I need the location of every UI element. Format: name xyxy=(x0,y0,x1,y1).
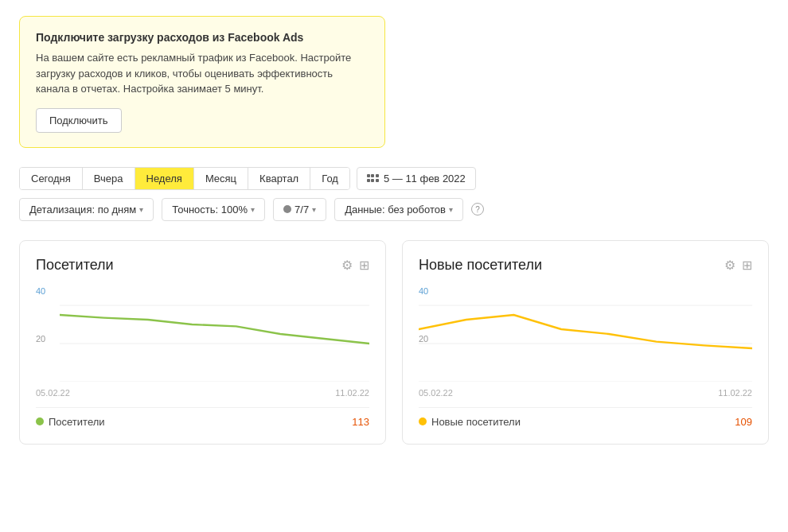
legend-dot-2 xyxy=(419,417,427,425)
visitors-line xyxy=(60,315,369,344)
date-start: 05.02.22 xyxy=(36,388,70,398)
chart-actions-2: ⚙ ⊞ xyxy=(724,258,752,273)
date-end: 11.02.22 xyxy=(335,388,369,398)
tab-yesterday[interactable]: Вчера xyxy=(83,168,135,189)
legend-left-2: Новые посетители xyxy=(419,416,521,428)
tab-month[interactable]: Месяц xyxy=(194,168,248,189)
chart-dates: 05.02.22 11.02.22 xyxy=(36,388,369,398)
legend-value: 113 xyxy=(352,416,369,428)
banner-title: Подключите загрузку расходов из Facebook… xyxy=(36,31,369,44)
chevron-down-icon: ▾ xyxy=(139,205,143,214)
gear-icon[interactable]: ⚙ xyxy=(341,258,353,273)
legend-left: Посетители xyxy=(36,416,105,428)
legend-label-2: Новые посетители xyxy=(431,416,521,428)
date-range-button[interactable]: 5 — 11 фев 2022 xyxy=(357,167,476,190)
new-visitors-chart-area: 40 20 xyxy=(419,286,752,382)
chevron-down-icon: ▾ xyxy=(312,205,316,214)
calendar-grid-icon xyxy=(367,174,379,182)
dot-icon xyxy=(283,205,291,213)
date-end-2: 11.02.22 xyxy=(718,388,752,398)
legend-value-2: 109 xyxy=(735,416,752,428)
detail-filter[interactable]: Детализация: по дням ▾ xyxy=(19,198,154,221)
connect-button[interactable]: Подключить xyxy=(36,108,122,133)
new-visitors-chart-card: Новые посетители ⚙ ⊞ 40 20 05.02.22 xyxy=(402,240,769,445)
chart-dates-2: 05.02.22 11.02.22 xyxy=(419,388,752,398)
segments-filter[interactable]: 7/7 ▾ xyxy=(273,198,326,221)
gear-icon-2[interactable]: ⚙ xyxy=(724,258,735,273)
tab-year[interactable]: Год xyxy=(310,168,349,189)
legend-label: Посетители xyxy=(49,416,105,428)
period-tabs: Сегодня Вчера Неделя Месяц Квартал Год xyxy=(19,167,350,190)
chart-header-2: Новые посетители ⚙ ⊞ xyxy=(419,257,752,274)
accuracy-filter[interactable]: Точность: 100% ▾ xyxy=(162,198,265,221)
chart-actions: ⚙ ⊞ xyxy=(341,258,369,273)
period-row: Сегодня Вчера Неделя Месяц Квартал Год 5… xyxy=(19,167,769,190)
visitors-svg xyxy=(36,286,369,382)
tab-week[interactable]: Неделя xyxy=(135,168,194,189)
banner-text: На вашем сайте есть рекламный трафик из … xyxy=(36,50,369,97)
grid-icon-2[interactable]: ⊞ xyxy=(742,258,752,273)
new-visitors-chart-title: Новые посетители xyxy=(419,257,542,274)
accuracy-label: Точность: 100% xyxy=(172,204,248,216)
charts-row: Посетители ⚙ ⊞ 40 20 05.02.22 1 xyxy=(19,240,769,445)
detail-label: Детализация: по дням xyxy=(29,204,136,216)
date-range-label: 5 — 11 фев 2022 xyxy=(384,173,466,184)
chart-legend: Посетители 113 xyxy=(36,407,369,428)
tab-quarter[interactable]: Квартал xyxy=(248,168,310,189)
segments-label: 7/7 xyxy=(295,204,309,216)
new-visitors-svg xyxy=(419,286,752,382)
legend-dot xyxy=(36,417,44,425)
chevron-down-icon: ▾ xyxy=(251,205,255,214)
help-icon[interactable]: ? xyxy=(471,203,484,216)
data-filter[interactable]: Данные: без роботов ▾ xyxy=(334,198,463,221)
chevron-down-icon: ▾ xyxy=(449,205,453,214)
date-start-2: 05.02.22 xyxy=(419,388,453,398)
chart-header: Посетители ⚙ ⊞ xyxy=(36,257,369,274)
filter-row: Детализация: по дням ▾ Точность: 100% ▾ … xyxy=(19,198,769,221)
chart-legend-2: Новые посетители 109 xyxy=(419,407,752,428)
visitors-chart-title: Посетители xyxy=(36,257,114,274)
data-label: Данные: без роботов xyxy=(345,204,446,216)
visitors-chart-area: 40 20 xyxy=(36,286,369,382)
tab-today[interactable]: Сегодня xyxy=(20,168,83,189)
facebook-ads-banner: Подключите загрузку расходов из Facebook… xyxy=(19,16,385,148)
grid-icon[interactable]: ⊞ xyxy=(359,258,369,273)
visitors-chart-card: Посетители ⚙ ⊞ 40 20 05.02.22 1 xyxy=(19,240,386,445)
